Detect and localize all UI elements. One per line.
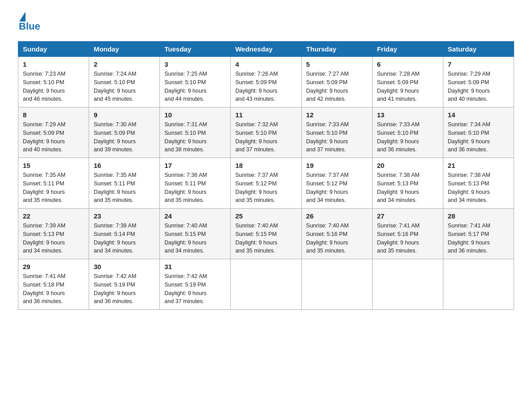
logo-triangle-icon bbox=[19, 12, 26, 21]
calendar-cell: 10Sunrise: 7:31 AMSunset: 5:10 PMDayligh… bbox=[160, 107, 231, 158]
page-header: Blue bbox=[18, 13, 514, 32]
day-info: Sunrise: 7:39 AMSunset: 5:13 PMDaylight:… bbox=[23, 222, 84, 255]
day-info: Sunrise: 7:34 AMSunset: 5:10 PMDaylight:… bbox=[448, 120, 509, 154]
calendar-cell: 16Sunrise: 7:35 AMSunset: 5:11 PMDayligh… bbox=[89, 158, 160, 209]
day-number: 12 bbox=[306, 111, 368, 119]
calendar-week-row: 29Sunrise: 7:41 AMSunset: 5:18 PMDayligh… bbox=[18, 259, 514, 310]
day-info: Sunrise: 7:29 AMSunset: 5:09 PMDaylight:… bbox=[23, 120, 84, 154]
day-info: Sunrise: 7:38 AMSunset: 5:13 PMDaylight:… bbox=[448, 171, 509, 205]
day-number: 20 bbox=[377, 162, 438, 169]
calendar-header-wednesday: Wednesday bbox=[231, 42, 301, 57]
day-info: Sunrise: 7:40 AMSunset: 5:15 PMDaylight:… bbox=[164, 222, 226, 255]
day-number: 30 bbox=[94, 263, 155, 270]
calendar-header-thursday: Thursday bbox=[301, 42, 372, 57]
calendar-cell: 11Sunrise: 7:32 AMSunset: 5:10 PMDayligh… bbox=[231, 107, 301, 158]
calendar-cell: 2Sunrise: 7:24 AMSunset: 5:10 PMDaylight… bbox=[89, 57, 160, 107]
calendar-cell: 30Sunrise: 7:42 AMSunset: 5:19 PMDayligh… bbox=[89, 259, 160, 310]
day-info: Sunrise: 7:31 AMSunset: 5:10 PMDaylight:… bbox=[164, 120, 226, 154]
calendar-cell: 22Sunrise: 7:39 AMSunset: 5:13 PMDayligh… bbox=[18, 209, 89, 259]
calendar-cell: 27Sunrise: 7:41 AMSunset: 5:16 PMDayligh… bbox=[372, 209, 443, 259]
day-number: 14 bbox=[448, 111, 509, 119]
day-number: 7 bbox=[448, 60, 509, 68]
calendar-cell bbox=[301, 259, 372, 310]
day-number: 19 bbox=[306, 162, 368, 169]
day-info: Sunrise: 7:24 AMSunset: 5:10 PMDaylight:… bbox=[94, 70, 155, 103]
day-info: Sunrise: 7:41 AMSunset: 5:17 PMDaylight:… bbox=[448, 222, 509, 255]
calendar-cell: 3Sunrise: 7:25 AMSunset: 5:10 PMDaylight… bbox=[160, 57, 231, 107]
calendar-cell bbox=[231, 259, 301, 310]
calendar-week-row: 15Sunrise: 7:35 AMSunset: 5:11 PMDayligh… bbox=[18, 158, 514, 209]
day-number: 21 bbox=[448, 162, 509, 169]
calendar-header-tuesday: Tuesday bbox=[160, 42, 231, 57]
calendar-cell: 23Sunrise: 7:39 AMSunset: 5:14 PMDayligh… bbox=[89, 209, 160, 259]
day-info: Sunrise: 7:25 AMSunset: 5:10 PMDaylight:… bbox=[164, 70, 226, 103]
calendar-cell: 21Sunrise: 7:38 AMSunset: 5:13 PMDayligh… bbox=[443, 158, 514, 209]
day-info: Sunrise: 7:38 AMSunset: 5:13 PMDaylight:… bbox=[377, 171, 438, 205]
calendar-cell: 25Sunrise: 7:40 AMSunset: 5:15 PMDayligh… bbox=[231, 209, 301, 259]
calendar-cell: 4Sunrise: 7:26 AMSunset: 5:09 PMDaylight… bbox=[231, 57, 301, 107]
calendar-cell: 13Sunrise: 7:33 AMSunset: 5:10 PMDayligh… bbox=[372, 107, 443, 158]
day-info: Sunrise: 7:36 AMSunset: 5:11 PMDaylight:… bbox=[164, 171, 226, 205]
day-number: 2 bbox=[94, 60, 155, 68]
day-number: 15 bbox=[23, 162, 84, 169]
day-info: Sunrise: 7:33 AMSunset: 5:10 PMDaylight:… bbox=[306, 120, 368, 154]
day-info: Sunrise: 7:32 AMSunset: 5:10 PMDaylight:… bbox=[235, 120, 296, 154]
calendar-cell: 9Sunrise: 7:30 AMSunset: 5:09 PMDaylight… bbox=[89, 107, 160, 158]
day-info: Sunrise: 7:37 AMSunset: 5:12 PMDaylight:… bbox=[306, 171, 368, 205]
day-info: Sunrise: 7:41 AMSunset: 5:16 PMDaylight:… bbox=[377, 222, 438, 255]
day-info: Sunrise: 7:30 AMSunset: 5:09 PMDaylight:… bbox=[94, 120, 155, 154]
calendar-cell: 24Sunrise: 7:40 AMSunset: 5:15 PMDayligh… bbox=[160, 209, 231, 259]
calendar-header-friday: Friday bbox=[372, 42, 443, 57]
day-info: Sunrise: 7:26 AMSunset: 5:09 PMDaylight:… bbox=[235, 70, 296, 103]
day-number: 23 bbox=[94, 212, 155, 220]
day-info: Sunrise: 7:28 AMSunset: 5:09 PMDaylight:… bbox=[377, 70, 438, 103]
calendar-table: SundayMondayTuesdayWednesdayThursdayFrid… bbox=[18, 41, 514, 310]
calendar-cell: 18Sunrise: 7:37 AMSunset: 5:12 PMDayligh… bbox=[231, 158, 301, 209]
calendar-cell: 29Sunrise: 7:41 AMSunset: 5:18 PMDayligh… bbox=[18, 259, 89, 310]
day-info: Sunrise: 7:41 AMSunset: 5:18 PMDaylight:… bbox=[23, 272, 84, 306]
day-number: 8 bbox=[23, 111, 84, 119]
day-number: 5 bbox=[306, 60, 368, 68]
day-number: 9 bbox=[94, 111, 155, 119]
calendar-week-row: 22Sunrise: 7:39 AMSunset: 5:13 PMDayligh… bbox=[18, 209, 514, 259]
calendar-header-monday: Monday bbox=[89, 42, 160, 57]
day-info: Sunrise: 7:39 AMSunset: 5:14 PMDaylight:… bbox=[94, 222, 155, 255]
calendar-cell: 12Sunrise: 7:33 AMSunset: 5:10 PMDayligh… bbox=[301, 107, 372, 158]
day-info: Sunrise: 7:29 AMSunset: 5:09 PMDaylight:… bbox=[448, 70, 509, 103]
calendar-cell: 28Sunrise: 7:41 AMSunset: 5:17 PMDayligh… bbox=[443, 209, 514, 259]
day-number: 26 bbox=[306, 212, 368, 220]
day-number: 24 bbox=[164, 212, 226, 220]
calendar-cell: 15Sunrise: 7:35 AMSunset: 5:11 PMDayligh… bbox=[18, 158, 89, 209]
logo: Blue bbox=[18, 13, 40, 32]
day-number: 29 bbox=[23, 263, 84, 270]
day-info: Sunrise: 7:40 AMSunset: 5:15 PMDaylight:… bbox=[235, 222, 296, 255]
calendar-cell: 17Sunrise: 7:36 AMSunset: 5:11 PMDayligh… bbox=[160, 158, 231, 209]
day-info: Sunrise: 7:33 AMSunset: 5:10 PMDaylight:… bbox=[377, 120, 438, 154]
calendar-cell: 5Sunrise: 7:27 AMSunset: 5:09 PMDaylight… bbox=[301, 57, 372, 107]
day-info: Sunrise: 7:37 AMSunset: 5:12 PMDaylight:… bbox=[235, 171, 296, 205]
day-number: 31 bbox=[164, 263, 226, 270]
calendar-cell: 20Sunrise: 7:38 AMSunset: 5:13 PMDayligh… bbox=[372, 158, 443, 209]
calendar-week-row: 1Sunrise: 7:23 AMSunset: 5:10 PMDaylight… bbox=[18, 57, 514, 107]
day-number: 25 bbox=[235, 212, 296, 220]
day-number: 13 bbox=[377, 111, 438, 119]
day-number: 10 bbox=[164, 111, 226, 119]
calendar-cell: 31Sunrise: 7:42 AMSunset: 5:19 PMDayligh… bbox=[160, 259, 231, 310]
day-info: Sunrise: 7:27 AMSunset: 5:09 PMDaylight:… bbox=[306, 70, 368, 103]
day-number: 17 bbox=[164, 162, 226, 169]
calendar-cell: 19Sunrise: 7:37 AMSunset: 5:12 PMDayligh… bbox=[301, 158, 372, 209]
day-number: 3 bbox=[164, 60, 226, 68]
calendar-cell: 14Sunrise: 7:34 AMSunset: 5:10 PMDayligh… bbox=[443, 107, 514, 158]
day-number: 11 bbox=[235, 111, 296, 119]
day-info: Sunrise: 7:40 AMSunset: 5:16 PMDaylight:… bbox=[306, 222, 368, 255]
day-number: 6 bbox=[377, 60, 438, 68]
day-number: 16 bbox=[94, 162, 155, 169]
calendar-cell: 7Sunrise: 7:29 AMSunset: 5:09 PMDaylight… bbox=[443, 57, 514, 107]
day-number: 22 bbox=[23, 212, 84, 220]
calendar-cell: 26Sunrise: 7:40 AMSunset: 5:16 PMDayligh… bbox=[301, 209, 372, 259]
day-info: Sunrise: 7:23 AMSunset: 5:10 PMDaylight:… bbox=[23, 70, 84, 103]
calendar-header-row: SundayMondayTuesdayWednesdayThursdayFrid… bbox=[18, 42, 514, 57]
day-number: 27 bbox=[377, 212, 438, 220]
calendar-header-saturday: Saturday bbox=[443, 42, 514, 57]
day-number: 1 bbox=[23, 60, 84, 68]
